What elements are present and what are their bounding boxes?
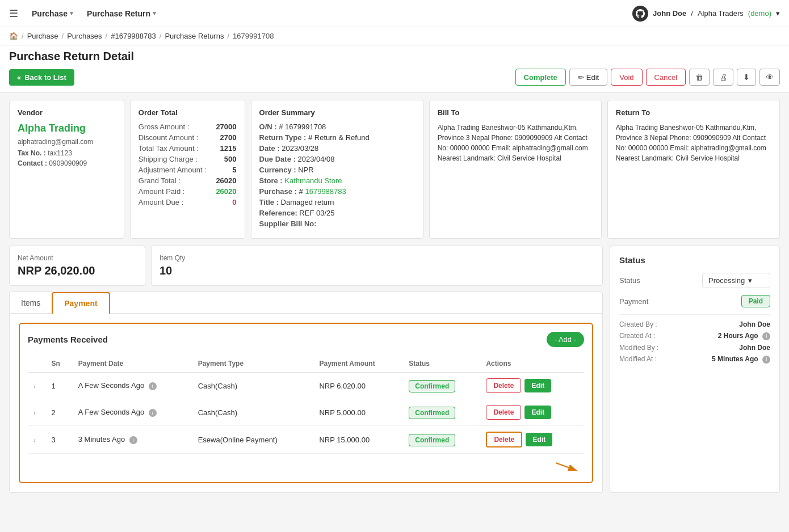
order-total-row-0: Gross Amount :27000	[139, 123, 237, 131]
info-icon-0[interactable]: i	[149, 382, 157, 390]
purchase-return-nav-label: Purchase Return	[87, 9, 150, 18]
vendor-name: Alpha Trading	[18, 123, 116, 134]
user-org: Alpha Traders	[698, 9, 744, 18]
delete-button-1[interactable]: Delete	[486, 405, 521, 420]
print-icon-button[interactable]: 🖨	[713, 69, 733, 86]
order-total-card: Order Total Gross Amount :27000Discount …	[130, 100, 245, 239]
page-header: Purchase Return Detail « Back to List Co…	[0, 45, 789, 93]
item-qty-card: Item Qty 10	[151, 246, 603, 286]
table-row: › 1 A Few Seconds Ago i Cash(Cash) NRP 6…	[28, 373, 584, 399]
home-icon[interactable]: 🏠	[9, 32, 18, 40]
order-total-row-5: Grand Total :26020	[139, 176, 237, 185]
edit-button-1[interactable]: Edit	[524, 406, 551, 419]
status-badge-0: Confirmed	[409, 380, 455, 392]
cell-type-0: Cash(Cash)	[192, 373, 314, 399]
cell-amount-0: NRP 6,020.00	[313, 373, 403, 399]
download-icon-button[interactable]: ⬇	[737, 69, 756, 86]
purchase-nav-label: Purchase	[32, 9, 68, 18]
left-bottom: Net Amount NRP 26,020.00 Item Qty 10 Ite…	[9, 246, 603, 493]
breadcrumb: 🏠 / Purchase / Purchases / #1679988783 /…	[0, 27, 789, 45]
user-section[interactable]: John Doe / Alpha Traders (demo) ▾	[632, 6, 780, 22]
cell-status-2: Confirmed	[403, 426, 480, 454]
summary-row: Net Amount NRP 26,020.00 Item Qty 10	[9, 246, 603, 286]
col-status: Status	[403, 355, 480, 373]
payment-label: Payment	[619, 297, 648, 306]
order-summary-row-8: Reference: REF 03/25	[259, 209, 415, 217]
delete-button-0[interactable]: Delete	[486, 378, 521, 393]
payments-table: Sn Payment Date Payment Type Payment Amo…	[28, 355, 584, 454]
expand-btn-2[interactable]: ›	[28, 426, 46, 454]
bc-current: 1679991708	[233, 32, 274, 40]
back-to-list-button[interactable]: « Back to List	[9, 69, 74, 86]
tabs-section: Items Payment Payments Received - Add -	[9, 292, 603, 493]
purchase-return-nav-item[interactable]: Purchase Return ▾	[87, 9, 156, 18]
cell-amount-1: NRP 5,000.00	[313, 399, 403, 426]
edit-button-0[interactable]: Edit	[524, 379, 551, 392]
vendor-contact-label: Contact :	[18, 159, 47, 167]
edit-button[interactable]: ✏ Edit	[569, 69, 607, 86]
cell-actions-2: Delete Edit	[480, 426, 584, 453]
bc-purchase-returns[interactable]: Purchase Returns	[165, 32, 224, 40]
order-total-row-6: Amount Paid :26020	[139, 187, 237, 196]
page-title: Purchase Return Detail	[9, 50, 780, 63]
cell-actions-1: Delete Edit	[480, 399, 584, 425]
order-total-row-4: Adjustment Amount :5	[139, 166, 237, 174]
expand-btn-1[interactable]: ›	[28, 399, 46, 426]
col-payment-date: Payment Date	[73, 355, 192, 373]
vendor-title: Vendor	[18, 108, 116, 117]
cell-date-1: A Few Seconds Ago i	[73, 399, 192, 426]
complete-button[interactable]: Complete	[515, 69, 566, 86]
purchase-nav-item[interactable]: Purchase ▾	[32, 9, 73, 18]
status-select[interactable]: Processing ▾	[702, 273, 770, 288]
cell-date-2: 3 Minutes Ago i	[73, 426, 192, 454]
status-chevron-icon: ▾	[748, 276, 752, 285]
meta-row-3: Modified At :5 Minutes Ago i	[619, 355, 770, 364]
status-panel: Status Status Processing ▾ Payment Paid …	[610, 246, 780, 493]
col-expand	[28, 355, 46, 373]
order-summary-card: Order Summary O/N : # 1679991708Return T…	[251, 100, 423, 239]
delete-icon-button[interactable]: 🗑	[689, 69, 710, 86]
payments-header: Payments Received - Add -	[28, 332, 584, 347]
back-arrow-icon: «	[17, 73, 21, 82]
bc-purchases[interactable]: Purchases	[67, 32, 102, 40]
status-label: Status	[619, 276, 640, 285]
bill-to-title: Bill To	[438, 108, 593, 117]
user-chevron-icon: ▾	[776, 9, 780, 18]
order-total-row-3: Shipping Charge :500	[139, 155, 237, 163]
cell-status-1: Confirmed	[403, 399, 480, 426]
info-icon-1[interactable]: i	[149, 409, 157, 417]
col-payment-type: Payment Type	[192, 355, 314, 373]
order-summary-row-2: Date : 2023/03/28	[259, 144, 415, 153]
return-to-title: Return To	[616, 108, 771, 117]
info-cards-row: Vendor Alpha Trading alphatrading@gmail.…	[9, 100, 780, 239]
meta-row-2: Modified By :John Doe	[619, 344, 770, 352]
cell-sn-2: 3	[46, 426, 73, 454]
edit-button-2[interactable]: Edit	[526, 433, 552, 446]
item-qty-label: Item Qty	[160, 254, 594, 262]
order-summary-row-5: Store : Kathmandu Store	[259, 176, 415, 185]
order-summary-row-3: Due Date : 2023/04/08	[259, 155, 415, 163]
cell-sn-0: 1	[46, 373, 73, 399]
col-actions: Actions	[480, 355, 584, 373]
user-demo: (demo)	[748, 9, 771, 18]
cancel-button[interactable]: Cancel	[646, 69, 686, 86]
cell-date-0: A Few Seconds Ago i	[73, 373, 192, 399]
status-row: Status Processing ▾	[619, 273, 770, 288]
info-icon-2[interactable]: i	[129, 436, 137, 444]
hamburger-icon[interactable]: ☰	[9, 7, 18, 20]
delete-button-2[interactable]: Delete	[486, 432, 522, 447]
vendor-card: Vendor Alpha Trading alphatrading@gmail.…	[9, 100, 124, 239]
purchase-return-chevron-icon: ▾	[153, 10, 156, 17]
view-icon-button[interactable]: 👁	[759, 69, 780, 86]
tab-payment[interactable]: Payment	[52, 292, 110, 314]
add-payment-button[interactable]: - Add -	[547, 332, 584, 347]
item-qty-value: 10	[160, 264, 594, 277]
order-summary-title: Order Summary	[259, 108, 415, 117]
bc-purchase[interactable]: Purchase	[27, 32, 58, 40]
order-total-row-1: Discount Amount :2700	[139, 133, 237, 142]
bc-purchase-id[interactable]: #1679988783	[111, 32, 156, 40]
cell-sn-1: 2	[46, 399, 73, 426]
void-button[interactable]: Void	[611, 69, 642, 86]
tab-items[interactable]: Items	[10, 292, 52, 313]
expand-btn-0[interactable]: ›	[28, 373, 46, 399]
